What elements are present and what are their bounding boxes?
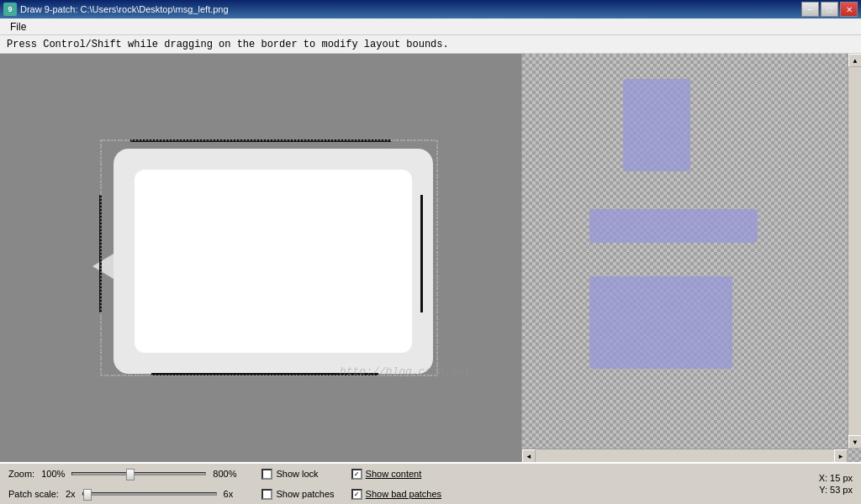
patch-scale-row: Patch scale: 2x 6x [8, 486, 236, 502]
show-bad-patches-box[interactable] [351, 489, 362, 500]
x-coord: X: 15 px [819, 473, 853, 483]
y-coord: Y: 53 px [819, 485, 853, 495]
svg-marker-3 [92, 254, 114, 279]
main-content: http://blog.csdn.net ▲ ▼ ◄ ► [0, 54, 861, 462]
patch-scale-label: Patch scale: [8, 489, 59, 499]
maximize-button[interactable]: □ [821, 2, 838, 17]
scroll-left-arrow[interactable]: ◄ [522, 449, 536, 462]
show-content-box[interactable] [351, 469, 362, 480]
show-patches-label: Show patches [276, 489, 334, 499]
title-bar-left: 9 Draw 9-patch: C:\Users\rock\Desktop\ms… [3, 3, 229, 16]
menu-bar: File [0, 18, 861, 35]
minimize-button[interactable]: − [801, 2, 819, 17]
patch-scale-thumb[interactable] [83, 489, 92, 501]
show-bad-patches-label: Show bad patches [366, 489, 442, 499]
zoom-control-row: Zoom: 100% 800% [8, 465, 236, 482]
window-title: Draw 9-patch: C:\Users\rock\Desktop\msg_… [20, 4, 229, 14]
file-menu[interactable]: File [3, 19, 33, 34]
title-bar-buttons: − □ ✕ [801, 2, 858, 17]
show-lock-row: Show lock [261, 465, 334, 482]
zoom-slider-thumb[interactable] [126, 469, 135, 480]
info-bar: Press Control/Shift while dragging on th… [0, 35, 861, 54]
show-bad-patches-checkbox[interactable]: Show bad patches [351, 489, 442, 500]
patch-editor-svg [67, 128, 454, 388]
close-button[interactable]: ✕ [840, 2, 858, 17]
show-lock-checkbox[interactable]: Show lock [261, 469, 318, 480]
scroll-up-arrow[interactable]: ▲ [848, 54, 861, 67]
zoom-slider[interactable] [71, 472, 206, 475]
patch-scale-slider[interactable] [82, 492, 217, 496]
zoom-min-label: 100% [41, 469, 65, 479]
preview-shape-wide [589, 209, 758, 243]
vertical-scrollbar[interactable]: ▲ ▼ [848, 54, 861, 449]
show-content-row: Show content [351, 465, 442, 482]
checkbox-controls: Show lock Show patches [261, 465, 334, 502]
svg-rect-2 [135, 170, 412, 353]
left-panel[interactable]: http://blog.csdn.net [0, 54, 521, 462]
show-patches-row: Show patches [261, 486, 334, 502]
zoom-label: Zoom: [8, 469, 34, 479]
scroll-down-arrow[interactable]: ▼ [848, 435, 861, 449]
bottom-left-controls: Zoom: 100% 800% Patch scale: 2x 6x [8, 465, 236, 502]
show-lock-label: Show lock [276, 469, 318, 479]
bottom-bar: Zoom: 100% 800% Patch scale: 2x 6x Show … [0, 462, 861, 504]
checkbox-controls-right: Show content Show bad patches [351, 465, 442, 502]
show-lock-box[interactable] [261, 469, 272, 480]
show-patches-box[interactable] [261, 489, 272, 500]
show-bad-patches-row: Show bad patches [351, 486, 442, 502]
preview-shape-small [623, 79, 690, 171]
show-content-checkbox[interactable]: Show content [351, 469, 422, 480]
coords-display: X: 15 px Y: 53 px [819, 473, 853, 495]
title-bar: 9 Draw 9-patch: C:\Users\rock\Desktop\ms… [0, 0, 861, 18]
info-message: Press Control/Shift while dragging on th… [7, 39, 449, 50]
zoom-max-label: 800% [213, 469, 236, 479]
patch-scale-min: 2x [66, 489, 76, 499]
right-panel[interactable]: ▲ ▼ ◄ ► [521, 54, 861, 462]
horizontal-scrollbar[interactable]: ◄ ► [522, 449, 848, 462]
preview-shape-large [589, 276, 732, 369]
patch-scale-max: 6x [224, 489, 234, 499]
show-content-label: Show content [366, 469, 422, 479]
app-icon: 9 [3, 3, 17, 16]
show-patches-checkbox[interactable]: Show patches [261, 489, 334, 500]
svg-rect-7 [420, 195, 423, 312]
scroll-right-arrow[interactable]: ► [834, 449, 848, 462]
